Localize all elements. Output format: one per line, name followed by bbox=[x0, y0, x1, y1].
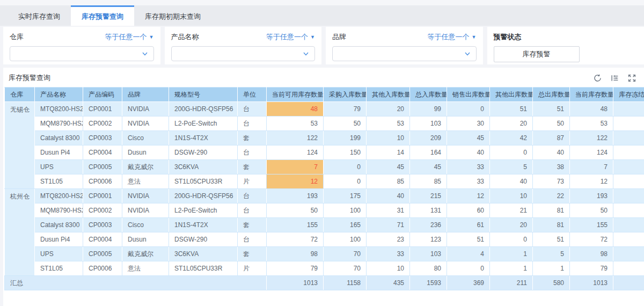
table-row: 无锡仓MTQ8200-HS2FCP0001NVIDIA200G-HDR-QSFP… bbox=[5, 102, 644, 116]
product-name-select[interactable] bbox=[171, 46, 316, 61]
cell-qty: 81 bbox=[533, 203, 570, 218]
top-strip bbox=[0, 0, 644, 5]
brand-operator-link[interactable]: 等于任意一个 ▼ bbox=[428, 32, 477, 42]
cell-qty: 70 bbox=[324, 261, 367, 276]
cell-qty: 131 bbox=[410, 203, 447, 218]
cell-qty: 73 bbox=[533, 174, 570, 189]
cell-brand: Dusun bbox=[122, 145, 169, 160]
warehouse-select[interactable] bbox=[10, 46, 154, 61]
cell-product-code: CP0003 bbox=[83, 131, 122, 145]
chevron-down-icon bbox=[142, 50, 148, 57]
cell-unit: 台 bbox=[238, 116, 267, 131]
filter-card-brand: 品牌 等于任意一个 ▼ bbox=[326, 27, 483, 64]
cell-qty: 122 bbox=[570, 131, 613, 145]
cell-qty bbox=[613, 145, 644, 160]
cell-brand: 戴克威尔 bbox=[122, 247, 169, 261]
cell-product-name: ST1L05 bbox=[35, 261, 83, 276]
brand-select[interactable] bbox=[332, 46, 477, 61]
cell-qty: 99 bbox=[410, 102, 447, 116]
column-header: 当前库存数量 bbox=[570, 88, 613, 102]
filter-card-warehouse: 仓库 等于任意一个 ▼ bbox=[3, 27, 160, 64]
alert-status-filter-label: 预警状态 bbox=[494, 32, 522, 42]
cell-brand: 意法 bbox=[122, 174, 169, 189]
caret-down-icon: ▼ bbox=[472, 35, 477, 40]
cell-qty: 175 bbox=[324, 189, 367, 203]
cell-qty: 1 bbox=[533, 261, 570, 276]
product-name-operator-link[interactable]: 等于任意一个 ▼ bbox=[266, 32, 315, 42]
column-header: 单位 bbox=[238, 88, 267, 102]
cell-qty: 31 bbox=[367, 203, 410, 218]
chevron-down-icon bbox=[464, 50, 471, 57]
caret-down-icon: ▼ bbox=[310, 35, 315, 40]
warehouse-filter-label: 仓库 bbox=[10, 32, 24, 42]
table-row: Catalyst 8300CP0003Cisco1N1S-4T2X套122199… bbox=[5, 131, 644, 145]
cell-qty: 0 bbox=[324, 174, 367, 189]
cell-qty: 12 bbox=[447, 189, 490, 203]
column-header: 其他出库数量 bbox=[490, 88, 533, 102]
filter-bar: 仓库 等于任意一个 ▼ 产品名称 等于任意一个 ▼ bbox=[0, 26, 644, 64]
tab-inventory-period[interactable]: 库存期初期末查询 bbox=[134, 5, 211, 26]
cell-qty: 236 bbox=[410, 218, 447, 232]
cell-qty: 81 bbox=[533, 218, 570, 232]
cell-product-code: CP0002 bbox=[83, 116, 122, 131]
cell-qty: 20 bbox=[367, 102, 410, 116]
cell-qty bbox=[613, 160, 644, 174]
cell-product-name: Catalyst 8300 bbox=[35, 218, 83, 232]
cell-spec: L2-PoE-Switch bbox=[169, 116, 238, 131]
cell-spec: L2-PoE-Switch bbox=[169, 203, 238, 218]
cell-qty: 98 bbox=[570, 247, 613, 261]
column-header: 仓库 bbox=[5, 88, 35, 102]
cell-qty: 123 bbox=[410, 232, 447, 247]
cell-qty bbox=[613, 218, 644, 232]
cell-product-code: CP0001 bbox=[83, 102, 122, 116]
fullscreen-icon[interactable] bbox=[628, 74, 636, 82]
cell-spec: ST1L05CPU33R bbox=[169, 261, 238, 276]
cell-brand: Cisco bbox=[122, 131, 169, 145]
inventory-page: 实时库存查询 库存预警查询 库存期初期末查询 仓库 等于任意一个 ▼ 产品名称 … bbox=[0, 0, 644, 306]
chevron-down-icon bbox=[303, 50, 309, 57]
cell-unit: 台 bbox=[238, 145, 267, 160]
product-name-filter-label: 产品名称 bbox=[171, 32, 199, 42]
tab-inventory-alert[interactable]: 库存预警查询 bbox=[71, 5, 134, 26]
cell-qty: 60 bbox=[447, 203, 490, 218]
inventory-alert-button[interactable]: 库存预警 bbox=[494, 46, 580, 62]
cell-qty: 72 bbox=[570, 232, 613, 247]
cell-qty: 193 bbox=[570, 189, 613, 203]
cell-product-code: CP0005 bbox=[83, 247, 122, 261]
cell-qty: 45 bbox=[410, 160, 447, 174]
column-header: 规格型号 bbox=[169, 88, 238, 102]
column-settings-icon[interactable] bbox=[611, 74, 619, 82]
filter-card-alert-status: 预警状态 库存预警 bbox=[487, 27, 644, 64]
cell-warehouse: 杭州仓 bbox=[5, 189, 35, 276]
cell-qty: 40 bbox=[533, 145, 570, 160]
cell-qty: 7 bbox=[570, 160, 613, 174]
cell-qty: 51 bbox=[533, 232, 570, 247]
column-header: 总出库数量 bbox=[533, 88, 570, 102]
table-row: ST1L05CP0006意法ST1L05CPU33R片1208585334073… bbox=[5, 174, 644, 189]
cell-qty: 14 bbox=[367, 145, 410, 160]
refresh-icon[interactable] bbox=[594, 74, 602, 82]
cell-unit: 台 bbox=[238, 189, 267, 203]
cell-available-qty: 122 bbox=[267, 131, 324, 145]
cell-available-qty: 53 bbox=[267, 116, 324, 131]
cell-available-qty: 12 bbox=[267, 174, 324, 189]
table-row: Dusun Pi4CP0004DusunDSGW-290台72100231235… bbox=[5, 232, 644, 247]
column-header: 采购入库数量 bbox=[324, 88, 367, 102]
cell-qty: 0 bbox=[447, 102, 490, 116]
tab-realtime-inventory[interactable]: 实时库存查询 bbox=[8, 5, 71, 26]
cell-spec: 200G-HDR-QSFP56 bbox=[169, 102, 238, 116]
cell-qty bbox=[613, 131, 644, 145]
cell-qty bbox=[613, 102, 644, 116]
cell-qty: 33 bbox=[447, 174, 490, 189]
summary-qty: 369 bbox=[447, 276, 490, 290]
cell-product-name: MTQ8200-HS2F bbox=[35, 189, 83, 203]
cell-qty: 1 bbox=[490, 261, 533, 276]
cell-unit: 套 bbox=[238, 218, 267, 232]
cell-unit: 片 bbox=[238, 261, 267, 276]
warehouse-operator-link[interactable]: 等于任意一个 ▼ bbox=[105, 32, 154, 42]
cell-qty: 0 bbox=[490, 232, 533, 247]
cell-qty: 5 bbox=[490, 160, 533, 174]
cell-spec: 200G-HDR-QSFP56 bbox=[169, 189, 238, 203]
cell-qty: 100 bbox=[324, 203, 367, 218]
brand-filter-label: 品牌 bbox=[332, 32, 346, 42]
